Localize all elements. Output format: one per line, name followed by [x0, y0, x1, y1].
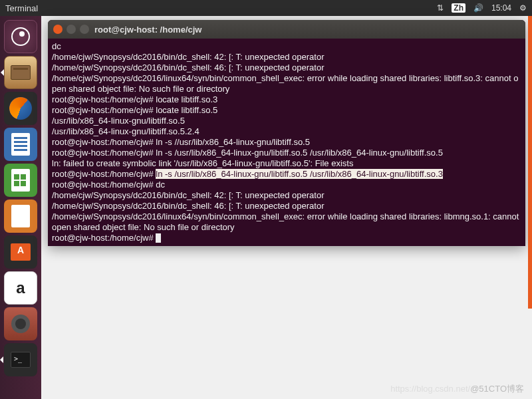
files-icon [11, 65, 31, 80]
terminal-cursor [156, 233, 161, 243]
watermark: https://blog.csdn.net/@51CTO博客 [390, 383, 524, 395]
clock[interactable]: 15:04 [491, 3, 511, 13]
top-menu-bar: Terminal ⇅ Zh 🔊 15:04 ⚙ [0, 0, 532, 16]
right-edge-accent [528, 16, 532, 309]
spreadsheet-icon [11, 169, 30, 192]
launcher-writer[interactable] [4, 128, 37, 161]
launcher-settings[interactable] [4, 307, 37, 340]
ubuntu-logo-icon [11, 27, 30, 46]
launcher-files[interactable] [4, 56, 37, 89]
window-titlebar[interactable]: root@cjw-host: /home/cjw [48, 20, 525, 39]
shopping-bag-icon [11, 243, 31, 261]
gear-wrench-icon [11, 315, 30, 333]
launcher-amazon[interactable]: a [4, 271, 37, 305]
window-title: root@cjw-host: /home/cjw [94, 25, 201, 35]
window-minimize-button[interactable] [66, 25, 76, 34]
presentation-icon [11, 205, 30, 227]
unity-launcher: a [0, 16, 41, 399]
terminal-icon [11, 352, 31, 368]
dash-button[interactable] [4, 20, 37, 53]
window-maximize-button[interactable] [80, 25, 89, 34]
launcher-calc[interactable] [4, 164, 37, 197]
volume-icon[interactable]: 🔊 [473, 3, 483, 13]
session-icon[interactable]: ⚙ [519, 3, 527, 13]
launcher-software[interactable] [4, 235, 37, 269]
input-method-indicator[interactable]: Zh [452, 3, 466, 13]
launcher-firefox[interactable] [4, 92, 37, 125]
launcher-terminal[interactable] [4, 343, 37, 376]
window-close-button[interactable] [53, 25, 63, 34]
terminal-window: root@cjw-host: /home/cjw dc /home/cjw/Sy… [48, 20, 525, 246]
active-app-label: Terminal [5, 3, 437, 13]
terminal-output[interactable]: dc /home/cjw/Synopsys/dc2016/bin/dc_shel… [48, 39, 525, 246]
firefox-icon [9, 97, 32, 120]
network-icon[interactable]: ⇅ [437, 3, 444, 13]
launcher-impress[interactable] [4, 200, 37, 233]
highlighted-command: ln -s /usr/lib/x86_64-linux-gnu/libtiff.… [156, 169, 443, 179]
amazon-icon: a [16, 279, 25, 297]
status-indicators: ⇅ Zh 🔊 15:04 ⚙ [437, 3, 527, 13]
document-icon [11, 133, 30, 156]
